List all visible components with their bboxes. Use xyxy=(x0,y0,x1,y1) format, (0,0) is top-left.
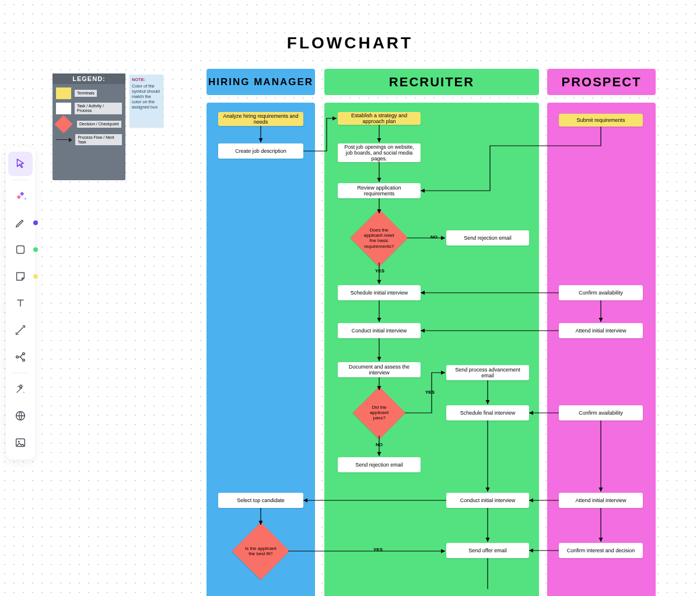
node-terminal[interactable]: Establish a strategy and approach plan xyxy=(338,112,421,125)
image-tool[interactable] xyxy=(8,430,33,455)
lane-header-label: RECRUITER xyxy=(389,75,474,90)
edge-label-yes: YES xyxy=(375,268,384,274)
note-heading: NOTE: xyxy=(132,77,161,82)
svg-text:+: + xyxy=(24,196,27,202)
legend-note[interactable]: NOTE: Color of the symbol should match t… xyxy=(130,75,163,127)
select-tool[interactable] xyxy=(8,152,33,176)
connector-icon xyxy=(14,324,27,336)
node-task[interactable]: Send rejection email xyxy=(338,457,421,472)
node-task[interactable]: Post job openings on website, job boards… xyxy=(338,143,421,162)
cursor-icon xyxy=(14,157,27,170)
legend-panel[interactable]: LEGEND: Terminals Task / Activity / Proc… xyxy=(52,73,125,180)
node-task[interactable]: Send rejection email xyxy=(446,230,529,246)
pen-color-swatch xyxy=(33,220,38,225)
legend-task-label: Task / Activity / Process xyxy=(75,103,122,114)
legend-task-icon xyxy=(56,103,71,114)
toolbar-divider xyxy=(12,373,29,373)
node-terminal[interactable]: Submit requirements xyxy=(559,114,643,127)
node-task[interactable]: Attend initial interview xyxy=(559,493,643,508)
edge-label-yes: YES xyxy=(425,390,435,395)
node-task[interactable]: Attend initial interview xyxy=(559,323,643,338)
edge-label-no: NO xyxy=(430,234,438,240)
legend-terminal-icon xyxy=(56,87,71,99)
connector-tool[interactable] xyxy=(8,318,33,342)
edge-label-no: NO xyxy=(376,442,383,447)
legend-title: LEGEND: xyxy=(52,73,125,84)
toolbar: + xyxy=(6,147,35,460)
node-task[interactable]: Conduct initial interview xyxy=(446,493,529,508)
lane-prospect[interactable] xyxy=(547,103,656,596)
node-task[interactable]: Conduct initial interview xyxy=(338,323,421,338)
pen-icon xyxy=(14,216,27,229)
svg-point-2 xyxy=(16,356,19,358)
pen-tool[interactable] xyxy=(8,211,33,235)
text-icon xyxy=(14,297,27,310)
legend-flow-icon xyxy=(56,139,72,140)
node-task[interactable]: Review application requirements xyxy=(338,183,421,198)
text-tool[interactable] xyxy=(8,291,33,315)
node-task[interactable]: Confirm availability xyxy=(559,285,643,300)
web-embed-tool[interactable] xyxy=(8,404,33,428)
svg-point-7 xyxy=(18,441,20,443)
mindmap-tool[interactable] xyxy=(8,345,33,369)
sticky-color-swatch xyxy=(33,274,38,279)
page-title: FLOWCHART xyxy=(0,34,700,52)
globe-icon xyxy=(14,409,27,422)
legend-decision-icon xyxy=(54,115,72,133)
sticky-note-tool[interactable] xyxy=(8,264,33,289)
sticky-note-icon xyxy=(14,270,27,283)
node-task[interactable]: Confirm availability xyxy=(559,405,643,420)
node-task[interactable]: Document and assess the interview xyxy=(338,362,421,377)
svg-rect-1 xyxy=(17,246,24,254)
legend-flow-label: Process Flow / Next Task xyxy=(75,134,122,145)
lane-header-prospect[interactable]: PROSPECT xyxy=(547,69,656,95)
node-task[interactable]: Schedule final interview xyxy=(446,405,529,420)
branch-icon xyxy=(14,350,27,363)
shape-color-swatch xyxy=(33,247,38,252)
square-icon xyxy=(14,243,27,256)
node-task[interactable]: Confirm interest and decision xyxy=(559,543,643,558)
node-task[interactable]: Send offer email xyxy=(446,543,529,558)
lane-header-label: HIRING MANAGER xyxy=(208,77,313,87)
ai-generate-tool[interactable]: + xyxy=(8,184,33,208)
svg-point-4 xyxy=(23,359,25,362)
lane-header-recruiter[interactable]: RECRUITER xyxy=(324,69,539,95)
image-icon xyxy=(14,436,27,449)
node-task[interactable]: Select top candidate xyxy=(218,493,303,508)
sparkle-icon: + xyxy=(14,190,27,202)
node-label: Does the applicant meet the basic requir… xyxy=(362,227,396,249)
node-task[interactable]: Send process advancement email xyxy=(446,365,529,380)
node-terminal[interactable]: Analyze hiring requirements and needs xyxy=(218,112,303,126)
node-task[interactable]: Create job description xyxy=(218,143,303,159)
wand-icon xyxy=(14,383,27,395)
toolbar-divider xyxy=(12,180,29,180)
legend-decision-label: Decision / Checkpoint xyxy=(77,121,121,128)
note-body: Color of the symbol should match the col… xyxy=(132,83,160,110)
node-label: Did the applicant pass? xyxy=(364,405,394,421)
legend-terminal-label: Terminals xyxy=(75,90,97,97)
lane-header-hiring-manager[interactable]: HIRING MANAGER xyxy=(206,69,315,95)
node-task[interactable]: Schedule initial interview xyxy=(338,285,421,300)
node-label: Is the applicant the best fit? xyxy=(244,546,278,556)
magic-tool[interactable] xyxy=(8,377,33,401)
lane-recruiter[interactable] xyxy=(324,103,539,596)
edge-label-yes: YES xyxy=(373,547,383,552)
lane-header-label: PROSPECT xyxy=(561,75,641,90)
svg-point-3 xyxy=(23,353,25,355)
shape-tool[interactable] xyxy=(8,237,33,262)
